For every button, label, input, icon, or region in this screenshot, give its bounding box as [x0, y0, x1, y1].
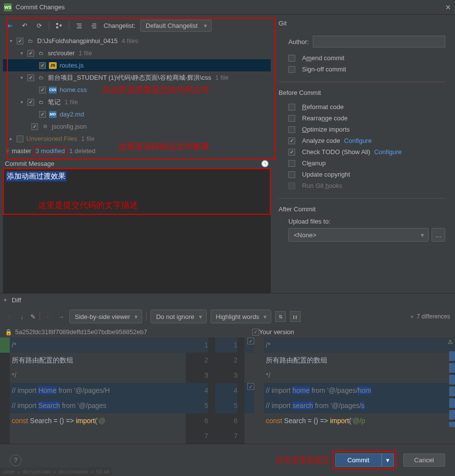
checkbox[interactable]: [288, 66, 295, 73]
deleted-count: 1 deleted: [69, 147, 96, 155]
diff-count: 7 differences: [411, 313, 450, 320]
checkbox[interactable]: [288, 137, 295, 144]
svg-rect-0: [56, 23, 58, 25]
tree-file[interactable]: ⚙ jsconfig.json: [3, 120, 271, 133]
collapse-icon[interactable]: [89, 21, 99, 31]
refresh-icon[interactable]: ⟳: [34, 21, 44, 31]
tree-file[interactable]: CSS home.css 在这里选择要提交的代码文件: [3, 84, 271, 96]
commit-message-label: Commit Message: [5, 160, 54, 167]
checkbox[interactable]: [288, 160, 295, 167]
edit-icon[interactable]: ✎: [30, 313, 36, 320]
js-icon: JS: [49, 62, 57, 69]
browse-button[interactable]: …: [432, 228, 445, 242]
checkbox[interactable]: [17, 38, 23, 45]
view-mode-select[interactable]: Side-by-side viewer: [69, 310, 142, 323]
config-icon: ⚙: [41, 123, 49, 130]
svg-rect-1: [56, 26, 58, 28]
highlight-select[interactable]: Highlight words: [211, 310, 272, 323]
tree-file[interactable]: MD day2.md: [3, 108, 271, 120]
revision-hash: 5a252fdc31f8f7089deffd15e07bdbe958852eb7: [15, 328, 147, 336]
tree-unversioned[interactable]: ▸ Unversioned Files 1 file: [3, 133, 271, 145]
checkbox[interactable]: [288, 126, 295, 133]
checkbox[interactable]: [27, 74, 34, 81]
checkbox[interactable]: [288, 115, 295, 122]
file-tree: ▾ 🗀 D:\JsFold\shangpinhui_0415 4 files ▾…: [3, 35, 271, 145]
history-icon[interactable]: 🕓: [261, 160, 269, 167]
checkbox[interactable]: [31, 123, 38, 130]
folder-icon: 🗀: [26, 38, 34, 45]
branch-name: master: [12, 147, 31, 155]
cancel-button[interactable]: Cancel: [403, 453, 445, 467]
your-version-label: Your version: [259, 328, 294, 336]
changelist-label: Changelist:: [104, 22, 135, 29]
chevron-right-icon[interactable]: ▸: [10, 136, 17, 141]
signoff-label: Sign-off commit: [302, 66, 346, 73]
collapse-unchanged-icon[interactable]: ⇅: [275, 311, 286, 322]
line-check[interactable]: [247, 338, 254, 344]
configure-link[interactable]: Configure: [344, 137, 371, 144]
configure-link[interactable]: Configure: [374, 148, 402, 156]
commit-message-input[interactable]: 添加动画过渡效果 这里是提交代码的文字描述: [3, 168, 271, 215]
checkbox[interactable]: [39, 111, 46, 118]
author-input[interactable]: [313, 36, 445, 47]
chevron-down-icon[interactable]: ▾: [21, 99, 27, 105]
window-title: Commit Changes: [16, 3, 65, 11]
group-icon[interactable]: [54, 21, 64, 31]
lock-icon: 🔒: [5, 329, 12, 336]
checkbox[interactable]: [39, 62, 46, 69]
ignore-select[interactable]: Do not ignore: [151, 310, 206, 323]
chevron-down-icon[interactable]: ▾: [21, 50, 27, 56]
commit-button[interactable]: Commit: [335, 453, 382, 467]
checkbox[interactable]: [39, 87, 46, 93]
checkbox[interactable]: [288, 104, 295, 111]
checkbox[interactable]: [17, 136, 23, 142]
author-label: Author:: [288, 38, 309, 45]
scroll-indicator[interactable]: [449, 351, 455, 427]
tree-folder[interactable]: ▾ 🗀 前台项目_STUDENT (1)\代码\静态页面\谷粒商城-辉洪\css…: [3, 71, 271, 84]
breadcrumb: ulate› div.type-nav› div.container› h2.a…: [0, 467, 112, 476]
diff-title: Diff: [12, 296, 21, 304]
modified-count: 3 modified: [33, 147, 67, 155]
warning-icon: ⚠: [448, 339, 453, 345]
chevron-down-icon[interactable]: ▾: [10, 38, 17, 44]
line-check[interactable]: [247, 383, 254, 390]
prev-diff-icon[interactable]: ↑: [5, 313, 14, 320]
md-icon: MD: [49, 111, 57, 118]
close-icon[interactable]: ✕: [445, 3, 451, 11]
checkbox[interactable]: [288, 149, 295, 156]
checkbox: [288, 182, 295, 189]
nav-fwd-icon[interactable]: →: [57, 313, 65, 320]
svg-rect-2: [60, 24, 62, 26]
tree-file-selected[interactable]: JS routes.js: [3, 59, 271, 71]
next-diff-icon[interactable]: ↓: [18, 313, 26, 320]
amend-label: Amend commit: [302, 54, 345, 62]
nav-back-icon[interactable]: ←: [44, 313, 53, 320]
tree-root[interactable]: ▾ 🗀 D:\JsFold\shangpinhui_0415 4 files: [3, 35, 271, 47]
chevron-down-icon[interactable]: ▾: [4, 297, 7, 303]
branch-icon: ⑂: [6, 147, 10, 155]
expand-icon[interactable]: [74, 21, 84, 31]
tree-folder[interactable]: ▾ 🗀 src\router 1 file: [3, 47, 271, 59]
git-label: Git: [279, 20, 445, 27]
check-indicator[interactable]: [252, 329, 259, 336]
upload-select[interactable]: <None>: [288, 228, 429, 242]
folder-icon: 🗀: [37, 74, 45, 81]
changelist-select[interactable]: Default Changelist: [140, 20, 212, 32]
commit-dropdown[interactable]: ▾: [382, 453, 394, 467]
checkbox[interactable]: [27, 50, 34, 57]
checkbox[interactable]: [288, 171, 295, 178]
sync-scroll-icon[interactable]: ⫿⫿: [290, 311, 301, 322]
checkbox[interactable]: [27, 99, 34, 106]
upload-label: Upload files to:: [279, 218, 445, 225]
rollback-icon[interactable]: [5, 21, 15, 31]
checkbox[interactable]: [288, 55, 295, 62]
undo-icon[interactable]: ↶: [20, 21, 29, 31]
tree-folder[interactable]: ▾ 🗀 笔记 1 file: [3, 96, 271, 108]
chevron-down-icon[interactable]: ▾: [21, 75, 27, 80]
diff-viewer: /* 所有路由配置的数组 */ // import Home from '@/p…: [0, 338, 455, 444]
after-commit-title: After Commit: [279, 205, 445, 213]
help-button[interactable]: ?: [10, 454, 22, 466]
app-logo: WS: [4, 3, 12, 11]
before-commit-title: Before Commit: [279, 89, 445, 96]
folder-icon: 🗀: [37, 50, 45, 57]
